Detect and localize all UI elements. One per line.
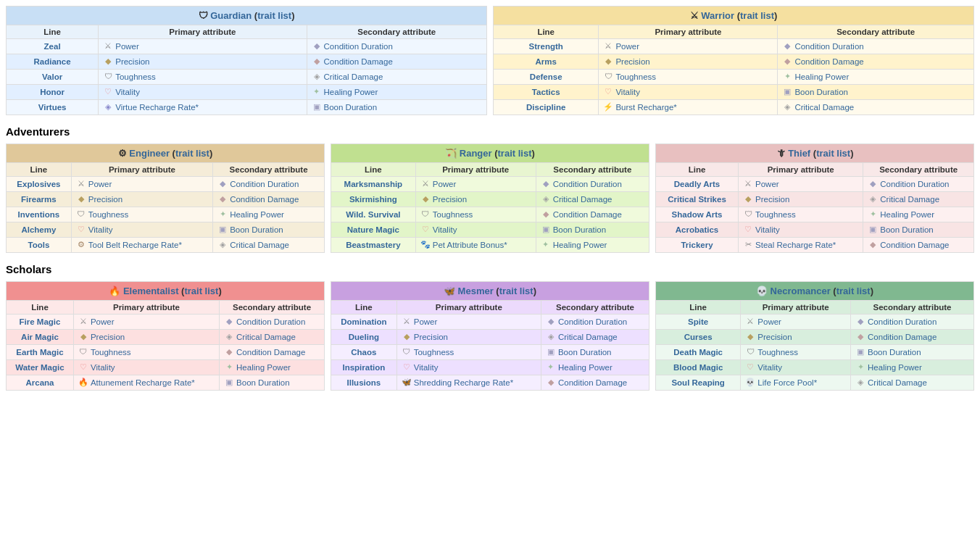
- primary-link[interactable]: Precision: [755, 195, 789, 204]
- line-link[interactable]: Trickery: [681, 241, 713, 249]
- primary-link[interactable]: Power: [91, 317, 115, 326]
- secondary-link[interactable]: Healing Power: [868, 363, 922, 372]
- primary-link[interactable]: Power: [755, 180, 779, 188]
- trait-list-link[interactable]: trait list: [816, 148, 850, 159]
- primary-link[interactable]: Power: [433, 180, 457, 188]
- secondary-link[interactable]: Condition Damage: [794, 57, 863, 66]
- line-link[interactable]: Strength: [529, 42, 563, 51]
- secondary-link[interactable]: Critical Damage: [880, 195, 939, 204]
- primary-link[interactable]: Vitality: [433, 225, 457, 234]
- line-link[interactable]: Shadow Arts: [672, 210, 723, 219]
- primary-link[interactable]: Steal Recharge Rate*: [755, 241, 836, 249]
- line-link[interactable]: Acrobatics: [676, 225, 718, 234]
- class-name-link[interactable]: Warrior: [701, 10, 734, 21]
- secondary-link[interactable]: Healing Power: [558, 363, 612, 372]
- secondary-link[interactable]: Condition Damage: [558, 378, 627, 387]
- line-link[interactable]: Inventions: [18, 210, 60, 219]
- line-link[interactable]: Marksmanship: [344, 180, 403, 188]
- primary-link[interactable]: Power: [88, 180, 112, 188]
- line-link[interactable]: Discipline: [526, 103, 565, 112]
- secondary-link[interactable]: Boon Duration: [236, 378, 290, 387]
- line-link[interactable]: Blood Magic: [673, 363, 723, 372]
- secondary-link[interactable]: Condition Duration: [880, 180, 949, 188]
- line-link[interactable]: Tools: [28, 241, 49, 249]
- primary-link[interactable]: Burst Recharge*: [615, 103, 676, 112]
- secondary-link[interactable]: Healing Power: [230, 210, 284, 219]
- primary-link[interactable]: Toughness: [115, 72, 156, 81]
- secondary-link[interactable]: Critical Damage: [868, 378, 927, 387]
- class-name-link[interactable]: Guardian: [210, 10, 252, 21]
- line-link[interactable]: Explosives: [17, 180, 60, 188]
- line-link[interactable]: Arms: [536, 57, 557, 66]
- secondary-link[interactable]: Condition Damage: [553, 210, 622, 219]
- primary-link[interactable]: Power: [757, 317, 781, 326]
- line-link[interactable]: Beastmastery: [346, 241, 400, 249]
- primary-link[interactable]: Precision: [433, 195, 467, 204]
- primary-link[interactable]: Pet Attribute Bonus*: [433, 241, 507, 249]
- secondary-link[interactable]: Condition Duration: [236, 317, 305, 326]
- line-link[interactable]: Inspiration: [342, 363, 385, 372]
- primary-link[interactable]: Toughness: [755, 210, 796, 219]
- trait-list-link[interactable]: trait list: [740, 10, 774, 21]
- line-link[interactable]: Domination: [341, 317, 386, 326]
- line-link[interactable]: Skirmishing: [349, 195, 397, 204]
- primary-link[interactable]: Vitality: [414, 363, 439, 372]
- line-link[interactable]: Soul Reaping: [671, 378, 724, 387]
- trait-list-link[interactable]: trait list: [184, 286, 218, 296]
- secondary-link[interactable]: Healing Power: [880, 210, 934, 219]
- primary-link[interactable]: Vitality: [115, 88, 140, 96]
- line-link[interactable]: Arcana: [25, 378, 54, 387]
- secondary-link[interactable]: Boon Duration: [868, 348, 921, 357]
- secondary-link[interactable]: Condition Duration: [230, 180, 299, 188]
- class-name-link[interactable]: Engineer: [129, 148, 170, 159]
- secondary-link[interactable]: Condition Duration: [553, 180, 622, 188]
- secondary-link[interactable]: Healing Power: [553, 241, 607, 249]
- primary-link[interactable]: Toughness: [433, 210, 473, 219]
- class-name-link[interactable]: Mesmer: [458, 286, 494, 296]
- primary-link[interactable]: Precision: [91, 333, 125, 341]
- trait-list-link[interactable]: trait list: [498, 148, 532, 159]
- secondary-link[interactable]: Critical Damage: [794, 103, 854, 112]
- primary-link[interactable]: Vitality: [88, 225, 113, 234]
- line-link[interactable]: Spite: [688, 317, 708, 326]
- line-link[interactable]: Air Magic: [21, 333, 59, 341]
- line-link[interactable]: Dueling: [349, 333, 379, 341]
- primary-link[interactable]: Shredding Recharge Rate*: [414, 378, 513, 387]
- line-link[interactable]: Zeal: [44, 42, 61, 51]
- line-link[interactable]: Virtues: [38, 103, 67, 112]
- secondary-link[interactable]: Critical Damage: [553, 195, 612, 204]
- line-link[interactable]: Firearms: [21, 195, 57, 204]
- secondary-link[interactable]: Critical Damage: [230, 241, 289, 249]
- secondary-link[interactable]: Condition Damage: [230, 195, 299, 204]
- secondary-link[interactable]: Boon Duration: [880, 225, 934, 234]
- primary-link[interactable]: Toughness: [757, 348, 798, 357]
- primary-link[interactable]: Toughness: [414, 348, 454, 357]
- secondary-link[interactable]: Condition Duration: [324, 42, 393, 51]
- line-link[interactable]: Valor: [42, 72, 62, 81]
- class-name-link[interactable]: Thief: [788, 148, 810, 159]
- secondary-link[interactable]: Condition Duration: [794, 42, 863, 51]
- primary-link[interactable]: Vitality: [615, 88, 640, 96]
- line-link[interactable]: Defense: [530, 72, 562, 81]
- secondary-link[interactable]: Condition Damage: [324, 57, 393, 66]
- secondary-link[interactable]: Critical Damage: [236, 333, 296, 341]
- primary-link[interactable]: Precision: [414, 333, 448, 341]
- secondary-link[interactable]: Condition Duration: [868, 317, 937, 326]
- trait-list-link[interactable]: trait list: [499, 286, 533, 296]
- secondary-link[interactable]: Boon Duration: [230, 225, 283, 234]
- primary-link[interactable]: Precision: [757, 333, 792, 341]
- primary-link[interactable]: Tool Belt Recharge Rate*: [88, 241, 182, 249]
- line-link[interactable]: Water Magic: [15, 363, 64, 372]
- line-link[interactable]: Nature Magic: [347, 225, 399, 234]
- primary-link[interactable]: Vitality: [755, 225, 780, 234]
- secondary-link[interactable]: Boon Duration: [794, 88, 848, 96]
- primary-link[interactable]: Toughness: [615, 72, 656, 81]
- primary-link[interactable]: Power: [615, 42, 639, 51]
- line-link[interactable]: Radiance: [34, 57, 71, 66]
- primary-link[interactable]: Precision: [615, 57, 649, 66]
- class-name-link[interactable]: Elementalist: [123, 286, 179, 296]
- class-name-link[interactable]: Necromancer: [771, 286, 831, 296]
- secondary-link[interactable]: Boon Duration: [558, 348, 612, 357]
- secondary-link[interactable]: Boon Duration: [324, 103, 378, 112]
- secondary-link[interactable]: Condition Damage: [868, 333, 937, 341]
